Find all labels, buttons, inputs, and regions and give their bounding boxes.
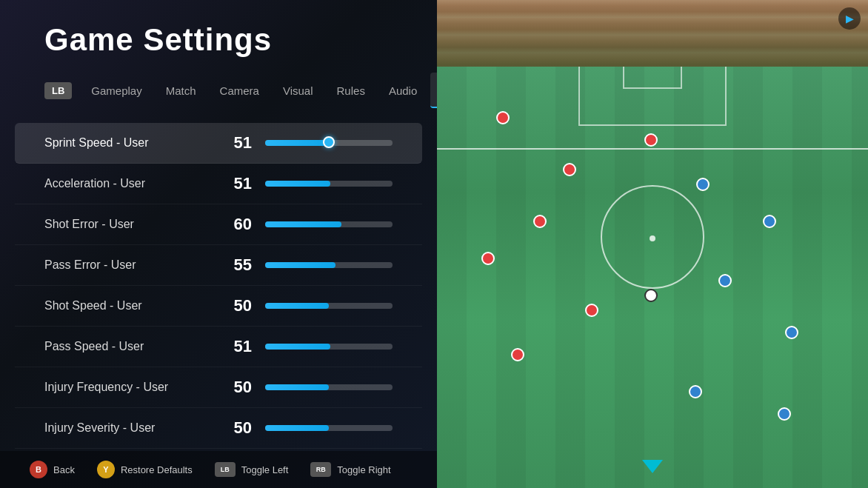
setting-value: 51 bbox=[207, 133, 252, 153]
setting-row-sprint-speed---user[interactable]: Sprint Speed - User 51 bbox=[15, 123, 422, 164]
slider-track[interactable] bbox=[265, 425, 393, 431]
tab-visual[interactable]: Visual bbox=[273, 80, 324, 101]
slider-fill bbox=[265, 262, 335, 268]
y-button[interactable]: Y bbox=[97, 461, 115, 478]
player-8 bbox=[696, 178, 710, 191]
nav-tabs: LB Gameplay Match Camera Visual Rules Au… bbox=[0, 73, 437, 108]
bottom-arrow bbox=[642, 460, 663, 473]
restore-action[interactable]: Y Restore Defaults bbox=[97, 461, 193, 478]
setting-row-pass-error---user[interactable]: Pass Error - User 55 bbox=[15, 245, 422, 286]
back-action[interactable]: B Back bbox=[30, 461, 75, 478]
referee bbox=[644, 289, 658, 302]
setting-row-pass-speed---user[interactable]: Pass Speed - User 51 bbox=[15, 327, 422, 367]
player-2 bbox=[563, 163, 576, 176]
slider-fill bbox=[265, 221, 341, 227]
football-pitch bbox=[437, 67, 868, 488]
slider-fill bbox=[265, 181, 330, 187]
setting-value: 51 bbox=[207, 174, 252, 193]
settings-list: Sprint Speed - User 51 Acceleration - Us… bbox=[0, 123, 437, 449]
player-7 bbox=[511, 348, 524, 361]
player-9 bbox=[763, 215, 776, 228]
setting-name: Acceleration - User bbox=[44, 177, 207, 190]
setting-value: 50 bbox=[207, 296, 252, 315]
tab-camera[interactable]: Camera bbox=[210, 80, 270, 101]
slider-fill bbox=[265, 303, 329, 309]
player-4 bbox=[533, 215, 547, 228]
setting-name: Pass Speed - User bbox=[44, 340, 207, 353]
slider-fill bbox=[265, 140, 330, 146]
setting-row-injury-frequency---user[interactable]: Injury Frequency - User 50 bbox=[15, 367, 422, 408]
right-panel: ▶ bbox=[437, 0, 868, 488]
tab-match[interactable]: Match bbox=[156, 80, 207, 101]
toggle-left-action[interactable]: LB Toggle Left bbox=[215, 462, 289, 477]
bottom-bar: B Back Y Restore Defaults LB Toggle Left… bbox=[0, 451, 437, 488]
page-title: Game Settings bbox=[0, 0, 437, 73]
setting-row-acceleration---user[interactable]: Acceleration - User 51 bbox=[15, 164, 422, 204]
center-line bbox=[437, 148, 868, 150]
player-13 bbox=[778, 407, 791, 421]
setting-name: Shot Error - User bbox=[44, 218, 207, 231]
setting-name: Injury Severity - User bbox=[44, 421, 207, 435]
restore-label: Restore Defaults bbox=[121, 464, 193, 475]
slider-track[interactable] bbox=[265, 221, 393, 227]
setting-value: 50 bbox=[207, 418, 252, 438]
player-10 bbox=[718, 274, 732, 287]
toggle-right-label: Toggle Right bbox=[337, 464, 390, 475]
slider-fill bbox=[265, 425, 329, 431]
back-label: Back bbox=[53, 464, 75, 475]
setting-name: Pass Error - User bbox=[44, 258, 207, 272]
lb-button[interactable]: LB bbox=[44, 82, 72, 99]
setting-name: Sprint Speed - User bbox=[44, 136, 207, 150]
setting-value: 51 bbox=[207, 337, 252, 356]
slider-thumb bbox=[323, 136, 335, 148]
slider-fill bbox=[265, 344, 330, 350]
setting-value: 60 bbox=[207, 215, 252, 234]
score-icon: ▶ bbox=[838, 7, 861, 30]
player-6 bbox=[585, 304, 598, 317]
toggle-left-label: Toggle Left bbox=[241, 464, 289, 475]
player-1 bbox=[496, 111, 510, 124]
tab-audio[interactable]: Audio bbox=[378, 80, 427, 101]
tab-gameplay[interactable]: Gameplay bbox=[81, 80, 152, 101]
setting-value: 50 bbox=[207, 378, 252, 397]
player-11 bbox=[785, 326, 798, 339]
lb-toggle-button[interactable]: LB bbox=[215, 462, 236, 477]
player-3 bbox=[644, 133, 658, 147]
slider-track[interactable] bbox=[265, 181, 393, 187]
player-12 bbox=[689, 385, 702, 398]
slider-track[interactable] bbox=[265, 384, 393, 390]
slider-track[interactable] bbox=[265, 140, 393, 146]
player-5 bbox=[481, 252, 495, 265]
tab-rules[interactable]: Rules bbox=[327, 80, 375, 101]
center-dot bbox=[650, 235, 655, 241]
left-panel: Game Settings LB Gameplay Match Camera V… bbox=[0, 0, 437, 488]
rb-toggle-button[interactable]: RB bbox=[310, 462, 331, 477]
setting-row-injury-severity---user[interactable]: Injury Severity - User 50 bbox=[15, 408, 422, 449]
slider-fill bbox=[265, 384, 329, 390]
setting-value: 55 bbox=[207, 255, 252, 275]
setting-name: Injury Frequency - User bbox=[44, 381, 207, 394]
slider-track[interactable] bbox=[265, 303, 393, 309]
setting-row-shot-speed---user[interactable]: Shot Speed - User 50 bbox=[15, 286, 422, 327]
toggle-right-action[interactable]: RB Toggle Right bbox=[310, 462, 390, 477]
b-button[interactable]: B bbox=[30, 461, 47, 478]
setting-name: Shot Speed - User bbox=[44, 299, 207, 312]
slider-track[interactable] bbox=[265, 262, 393, 268]
setting-row-shot-error---user[interactable]: Shot Error - User 60 bbox=[15, 204, 422, 245]
slider-track[interactable] bbox=[265, 344, 393, 350]
